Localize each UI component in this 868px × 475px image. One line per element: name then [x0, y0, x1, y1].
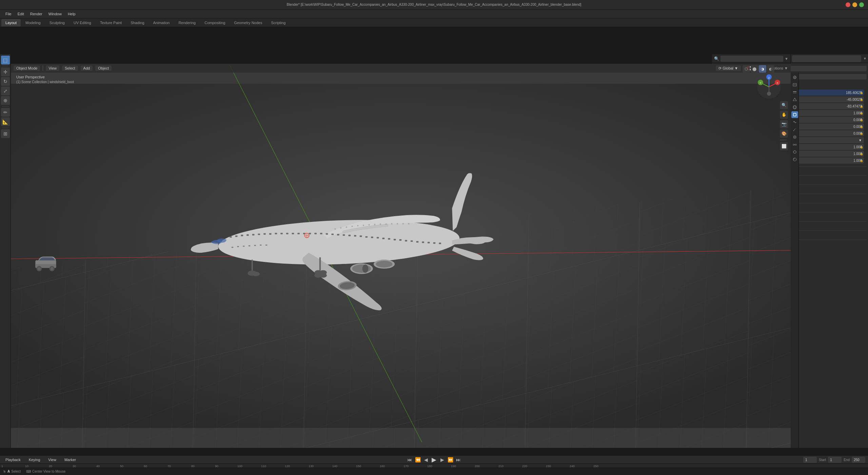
tab-geometry-nodes[interactable]: Geometry Nodes	[230, 19, 266, 26]
vp-hand-btn[interactable]: ✋	[780, 111, 788, 119]
end-frame-field[interactable]: 250	[852, 457, 865, 463]
close-btn[interactable]	[846, 2, 850, 7]
rotation-z-field[interactable]: 0.000 🔒	[791, 130, 864, 136]
rotation-z-lock[interactable]: 🔒	[860, 132, 863, 135]
rotation-y-field[interactable]: 0.000 🔒	[791, 124, 864, 130]
tab-compositing[interactable]: Compositing	[200, 19, 229, 26]
viewport-add-btn[interactable]: Add	[81, 65, 93, 71]
solid-mode-btn[interactable]: ⬤	[751, 65, 758, 73]
properties-filter-btn[interactable]: ▼	[863, 57, 867, 60]
delta-transform-header[interactable]: ▶ Delta Transform	[791, 168, 867, 174]
prev-frame-btn[interactable]: ◀	[422, 456, 429, 463]
tool-add[interactable]: ⊞	[1, 129, 10, 138]
prop-tab-particles[interactable]	[791, 126, 798, 133]
timeline-keying-btn[interactable]: Keying	[26, 457, 43, 462]
minimize-btn[interactable]	[852, 2, 857, 7]
prop-tab-data[interactable]	[791, 149, 798, 155]
tab-animation[interactable]: Animation	[149, 19, 174, 26]
menu-window[interactable]: Window	[46, 11, 64, 17]
next-frame-btn[interactable]: ▶	[439, 456, 446, 463]
collections-header[interactable]: ▶ Collections	[791, 186, 867, 193]
viewport-display-header[interactable]: ▶ Viewport Display	[791, 223, 867, 229]
tab-texture-paint[interactable]: Texture Paint	[96, 19, 126, 26]
prop-tab-physics[interactable]	[791, 134, 798, 140]
tab-sculpting[interactable]: Sculpting	[45, 19, 69, 26]
scale-x-lock[interactable]: 🔒	[860, 146, 863, 149]
wireframe-mode-btn[interactable]: ⬡	[743, 65, 750, 73]
menu-help[interactable]: Help	[65, 11, 78, 17]
rendered-mode-btn[interactable]: ◐	[767, 65, 774, 73]
prop-tab-object[interactable]	[791, 111, 798, 118]
location-y-lock[interactable]: 🔒	[860, 98, 863, 101]
menu-render[interactable]: Render	[27, 11, 45, 17]
outliner-filter-btn[interactable]: ▼	[785, 57, 788, 61]
viewport-transform-btn[interactable]: ⟳ Global ▼	[716, 65, 741, 71]
scale-y-field[interactable]: 1.000 🔒	[791, 151, 864, 157]
active-object-name[interactable]: windshield_boot	[791, 66, 867, 71]
scale-z-lock[interactable]: 🔒	[860, 159, 863, 162]
tool-cursor[interactable]: ⬚	[1, 56, 10, 64]
scale-y-lock[interactable]: 🔒	[860, 152, 863, 155]
line-art-header[interactable]: ▶ Line Art	[791, 232, 867, 239]
visibility-header[interactable]: ▶ Visibility	[791, 213, 867, 220]
prop-tab-render[interactable]	[791, 74, 798, 81]
tool-transform[interactable]: ⊕	[1, 96, 10, 105]
menu-edit[interactable]: Edit	[15, 11, 27, 17]
prop-tab-material[interactable]	[791, 156, 798, 163]
timeline-view-btn[interactable]: View	[45, 457, 59, 462]
rotation-mode-select[interactable]: Quaternion (WXYZ) ▼	[791, 137, 864, 143]
prop-tab-output[interactable]	[791, 81, 798, 88]
tool-annotate[interactable]: ✏	[1, 108, 10, 117]
tab-shading[interactable]: Shading	[126, 19, 148, 26]
jump-start-btn[interactable]: ⏮	[406, 456, 413, 463]
scale-x-field[interactable]: 1.000 🔒	[791, 144, 864, 150]
prev-keyframe-btn[interactable]: ⏪	[414, 456, 421, 463]
tab-scripting[interactable]: Scripting	[267, 19, 290, 26]
viewport-3d[interactable]: Object Mode View Select Add Object ⟳ Glo…	[11, 64, 791, 448]
transform-section-header[interactable]: ▼ Transform	[791, 82, 867, 89]
properties-search-input[interactable]	[792, 55, 861, 62]
tab-rendering[interactable]: Rendering	[174, 19, 200, 26]
custom-properties-header[interactable]: ▶ Custom Properties	[791, 241, 867, 248]
location-z-field[interactable]: -83.47473 🔒	[791, 103, 864, 109]
viewport-select-btn[interactable]: Select	[62, 65, 78, 71]
prop-tab-view-layer[interactable]	[791, 89, 798, 96]
active-mesh-name[interactable]: windshield_boot	[791, 74, 867, 79]
motion-paths-header[interactable]: ▶ Motion Paths	[791, 204, 867, 211]
instancing-header[interactable]: ▶ Instancing	[791, 195, 867, 202]
timeline-playback-btn[interactable]: Playback	[3, 457, 23, 462]
jump-end-btn[interactable]: ⏭	[455, 456, 462, 463]
vp-render-mode-btn[interactable]: ⬜	[780, 142, 788, 150]
rotation-w-field[interactable]: 1.000 🔒	[791, 110, 864, 116]
location-y-field[interactable]: -45.00029 🔒	[791, 96, 864, 102]
prop-tab-modifier[interactable]	[791, 119, 798, 126]
tool-scale[interactable]: ⤢	[1, 87, 10, 95]
maximize-btn[interactable]	[859, 2, 864, 7]
relations-header[interactable]: ▶ Relations	[791, 177, 867, 184]
location-x-field[interactable]: 185.40625 🔒	[791, 90, 864, 96]
location-z-lock[interactable]: 🔒	[860, 105, 863, 108]
tool-measure[interactable]: 📐	[1, 117, 10, 126]
tab-modeling[interactable]: Modeling	[21, 19, 45, 26]
tool-move[interactable]: ✛	[1, 68, 10, 76]
menu-file[interactable]: File	[3, 11, 14, 17]
prop-tab-object-constraint[interactable]	[791, 141, 798, 148]
viewport-view-btn[interactable]: View	[46, 65, 59, 71]
viewport-object-btn[interactable]: Object	[95, 65, 112, 71]
rotation-w-lock[interactable]: 🔒	[860, 112, 863, 115]
viewport-mode-btn[interactable]: Object Mode	[14, 65, 40, 71]
vp-zoom-in-btn[interactable]: 🔍	[780, 101, 788, 109]
rotation-y-lock[interactable]: 🔒	[860, 125, 863, 128]
prop-tab-world[interactable]	[791, 104, 798, 111]
timeline-marker-btn[interactable]: Marker	[62, 457, 79, 462]
next-keyframe-btn[interactable]: ⏩	[447, 456, 454, 463]
navigation-gizmo[interactable]: Z X Y	[755, 73, 783, 100]
vp-material-btn[interactable]: 🎨	[780, 130, 788, 138]
tool-rotate[interactable]: ↻	[1, 77, 10, 86]
prop-tab-scene[interactable]	[791, 96, 798, 103]
current-frame-field[interactable]: 1	[803, 457, 817, 463]
tab-uv-editing[interactable]: UV Editing	[70, 19, 95, 26]
tab-layout[interactable]: Layout	[1, 19, 21, 26]
rotation-x-lock[interactable]: 🔒	[860, 118, 863, 121]
location-x-lock[interactable]: 🔒	[860, 91, 863, 94]
